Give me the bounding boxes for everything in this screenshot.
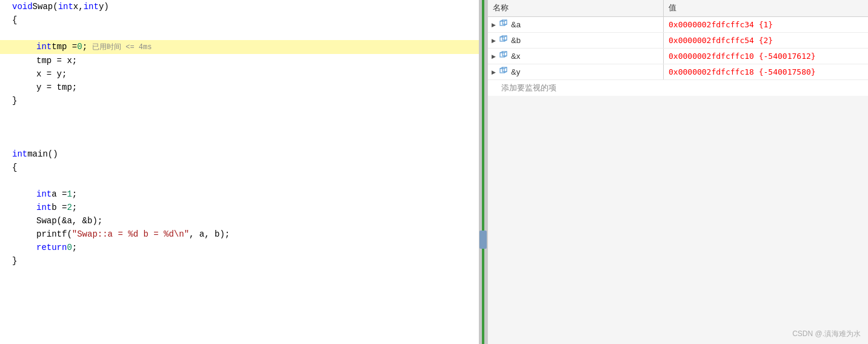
code-token: { [12, 161, 17, 174]
code-token: x, [73, 0, 84, 13]
code-line [0, 134, 479, 147]
watch-add-row[interactable]: 添加要监视的项 [488, 80, 868, 96]
cube-icon [499, 35, 509, 46]
code-editor: void Swap(int x, int y){int tmp = 0;已用时间… [0, 0, 479, 344]
code-token: main() [27, 147, 58, 161]
code-token: void [12, 0, 33, 13]
code-line: printf("Swap::a = %d b = %d\n", a, b); [0, 228, 479, 241]
code-token: int [84, 0, 99, 13]
code-line [0, 174, 479, 187]
code-line: int main() [0, 147, 479, 161]
code-token: } [12, 94, 17, 107]
cube-icon [499, 19, 509, 30]
code-line: { [0, 13, 479, 27]
code-token: 1 [67, 187, 72, 201]
code-token: b = [52, 201, 67, 214]
watch-cell-name: ▶ &a [488, 17, 664, 32]
code-token: ; [82, 40, 87, 53]
watch-cell-value: 0x0000002fdfcffc34 {1} [664, 17, 868, 32]
expand-arrow-icon[interactable]: ▶ [490, 53, 496, 59]
code-line: } [0, 94, 479, 107]
expand-arrow-icon[interactable]: ▶ [490, 38, 496, 44]
code-token: int [36, 201, 52, 214]
watch-header: 名称 值 [488, 0, 868, 17]
expand-arrow-icon[interactable]: ▶ [490, 22, 496, 28]
code-line: int tmp = 0;已用时间 <= 4ms [0, 40, 479, 54]
code-line: void Swap(int x, int y) [0, 0, 479, 13]
cube-icon [499, 66, 509, 78]
code-token: y) [99, 0, 109, 13]
watch-panel: 名称 值 ▶ &a0x0000002fdfcffc34 {1}▶ &b0x000… [487, 0, 868, 344]
watch-col-value-header: 值 [664, 0, 868, 16]
code-token: tmp = [52, 40, 77, 53]
scrollbar-thumb[interactable] [479, 231, 487, 249]
code-token: int [58, 0, 73, 13]
watch-row[interactable]: ▶ &a0x0000002fdfcffc34 {1} [488, 17, 868, 33]
code-line: } [0, 254, 479, 268]
watch-cell-name: ▶ &x [488, 49, 664, 64]
code-token: , a, b); [189, 228, 230, 241]
code-token: 2 [67, 201, 72, 214]
watch-cell-value: 0x0000002fdfcffc54 {2} [664, 33, 868, 48]
watch-cell-name: ▶ &b [488, 33, 664, 48]
watermark: CSDN @.滇海难为水 [792, 329, 861, 339]
code-token: 已用时间 <= 4ms [92, 41, 152, 54]
code-token: ; [72, 201, 77, 214]
scrollbar-track[interactable] [479, 0, 487, 344]
watch-name-text: &a [511, 20, 521, 29]
code-token: } [12, 254, 17, 268]
watch-cell-name: ▶ &y [488, 64, 664, 79]
watch-cell-value: 0x0000002fdfcffc18 {-540017580} [664, 64, 868, 79]
code-token: y = tmp; [36, 81, 77, 94]
scrollbar-green-bar [482, 0, 484, 344]
code-token: a = [52, 187, 67, 201]
cube-icon [499, 50, 509, 62]
code-token: ; [72, 187, 77, 201]
code-line: return 0; [0, 241, 479, 254]
code-line: int b = 2; [0, 201, 479, 214]
code-line: Swap(&a, &b); [0, 214, 479, 228]
code-line: int a = 1; [0, 187, 479, 201]
code-token: return [36, 241, 67, 254]
watch-name-text: &b [511, 36, 521, 45]
code-token: int [36, 40, 52, 53]
watch-row[interactable]: ▶ &b0x0000002fdfcffc54 {2} [488, 33, 868, 49]
code-line: x = y; [0, 67, 479, 81]
code-token: 0 [77, 40, 82, 53]
watch-col-name-header: 名称 [488, 0, 664, 16]
watch-cell-value: 0x0000002fdfcffc10 {-540017612} [664, 49, 868, 64]
code-line [0, 107, 479, 121]
watch-name-text: &x [511, 52, 520, 61]
code-line [0, 27, 479, 40]
code-line: tmp = x; [0, 54, 479, 67]
watch-rows: ▶ &a0x0000002fdfcffc34 {1}▶ &b0x0000002f… [488, 17, 868, 344]
code-line: y = tmp; [0, 81, 479, 94]
code-token: "Swap::a = %d b = %d\n" [72, 228, 189, 241]
code-token: Swap(&a, &b); [36, 214, 102, 228]
code-token: 0 [67, 241, 72, 254]
code-token: x = y; [36, 67, 67, 81]
code-token: tmp = x; [36, 54, 77, 67]
watch-name-text: &y [511, 67, 520, 76]
code-content: void Swap(int x, int y){int tmp = 0;已用时间… [0, 0, 479, 344]
code-token: { [12, 13, 17, 27]
code-token: int [12, 147, 27, 161]
code-token: ; [72, 241, 77, 254]
watch-row[interactable]: ▶ &y0x0000002fdfcffc18 {-540017580} [488, 64, 868, 80]
code-token: int [36, 187, 52, 201]
code-token: printf( [36, 228, 72, 241]
watch-row[interactable]: ▶ &x0x0000002fdfcffc10 {-540017612} [488, 49, 868, 64]
code-line: { [0, 161, 479, 174]
code-token: Swap( [33, 0, 58, 13]
code-line [0, 121, 479, 134]
expand-arrow-icon[interactable]: ▶ [490, 69, 496, 75]
